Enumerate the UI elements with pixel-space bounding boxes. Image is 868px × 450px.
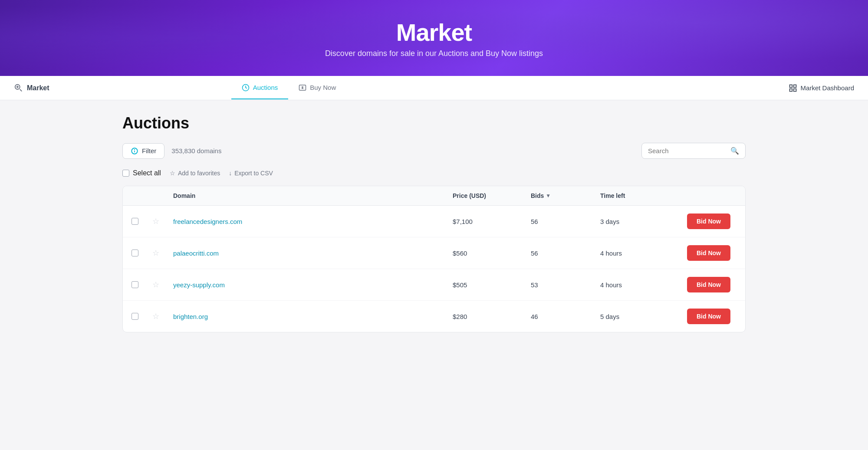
svg-rect-3 [789,85,792,87]
bid-now-button[interactable]: Bid Now [687,277,730,292]
row-star-icon[interactable]: ☆ [152,312,159,321]
row-checkbox[interactable] [123,237,145,269]
bid-now-button[interactable]: Bid Now [687,214,730,229]
search-icon: 🔍 [730,147,739,155]
th-domain: Domain [166,186,446,206]
page-title: Auctions [122,114,746,132]
row-checkbox-input[interactable] [132,218,138,225]
select-all-wrapper[interactable]: Select all [122,169,161,177]
market-icon [14,83,23,93]
row-bids: 53 [524,269,593,301]
row-checkbox[interactable] [123,301,145,332]
row-checkbox-input[interactable] [132,250,138,256]
dollar-icon [299,84,306,92]
export-to-csv-button[interactable]: ↓ Export to CSV [229,170,273,177]
navbar-tabs: Auctions Buy Now [231,77,347,99]
svg-rect-6 [793,89,796,91]
svg-rect-5 [789,89,792,91]
filter-icon [131,147,138,155]
row-price: $7,100 [446,206,524,237]
filter-button[interactable]: Filter [122,143,164,159]
add-to-favorites-label: Add to favorites [178,170,220,177]
row-price: $280 [446,301,524,332]
row-time-left: 4 hours [593,237,680,269]
th-star [145,186,166,206]
filter-label: Filter [142,147,156,154]
star-icon: ☆ [170,170,175,177]
export-to-csv-label: Export to CSV [234,170,273,177]
dashboard-icon [789,84,797,92]
table-row: ☆ freelancedesigners.com $7,100 56 3 day… [123,206,745,237]
th-bids[interactable]: Bids ▼ [524,186,593,206]
row-star-icon[interactable]: ☆ [152,280,159,289]
row-checkbox[interactable] [123,269,145,301]
svg-rect-4 [793,85,796,87]
navbar-dashboard[interactable]: Market Dashboard [789,84,854,92]
hero-subtitle: Discover domains for sale in our Auction… [325,49,543,58]
main-content: Auctions Filter 353,830 domains 🔍 Select… [108,100,760,332]
table-body: ☆ freelancedesigners.com $7,100 56 3 day… [123,206,745,332]
row-star[interactable]: ☆ [145,301,166,332]
row-checkbox[interactable] [123,206,145,237]
navbar-brand-label: Market [27,84,49,92]
tab-buy-now[interactable]: Buy Now [288,77,346,99]
row-star[interactable]: ☆ [145,206,166,237]
clock-icon [242,84,250,92]
row-domain[interactable]: palaeocritti.com [166,237,446,269]
search-box: 🔍 [641,143,746,159]
row-bids: 46 [524,301,593,332]
navbar-brand[interactable]: Market [14,83,49,93]
domain-link[interactable]: palaeocritti.com [173,250,219,257]
table-row: ☆ yeezy-supply.com $505 53 4 hours Bid N… [123,269,745,301]
th-price: Price (USD) [446,186,524,206]
row-action[interactable]: Bid Now [680,301,745,332]
row-star-icon[interactable]: ☆ [152,217,159,226]
row-price: $505 [446,269,524,301]
row-checkbox-input[interactable] [132,313,138,320]
select-all-label: Select all [133,169,161,177]
auctions-table: Domain Price (USD) Bids ▼ Time left [123,186,745,332]
row-price: $560 [446,237,524,269]
bulk-actions: Select all ☆ Add to favorites ↓ Export t… [122,168,746,179]
row-domain[interactable]: brighten.org [166,301,446,332]
bid-now-button[interactable]: Bid Now [687,309,730,324]
row-star[interactable]: ☆ [145,269,166,301]
table-row: ☆ brighten.org $280 46 5 days Bid Now [123,301,745,332]
row-domain[interactable]: freelancedesigners.com [166,206,446,237]
table-header: Domain Price (USD) Bids ▼ Time left [123,186,745,206]
row-bids: 56 [524,237,593,269]
download-icon: ↓ [229,170,232,177]
bids-sort-icon: ▼ [546,193,551,199]
row-action[interactable]: Bid Now [680,237,745,269]
row-time-left: 3 days [593,206,680,237]
search-input[interactable] [648,147,730,154]
navbar-dashboard-label: Market Dashboard [801,84,854,92]
navbar: Market Auctions Buy Now Market Dashboard [0,76,868,100]
row-action[interactable]: Bid Now [680,269,745,301]
hero-banner: Market Discover domains for sale in our … [0,0,868,76]
row-action[interactable]: Bid Now [680,206,745,237]
domain-count: 353,830 domains [171,147,221,154]
row-star-icon[interactable]: ☆ [152,249,159,257]
tab-auctions-label: Auctions [253,84,278,91]
row-domain[interactable]: yeezy-supply.com [166,269,446,301]
tab-buy-now-label: Buy Now [310,84,336,91]
th-checkbox [123,186,145,206]
row-time-left: 5 days [593,301,680,332]
row-bids: 56 [524,206,593,237]
hero-title: Market [396,18,472,46]
select-all-checkbox[interactable] [122,170,129,177]
table-row: ☆ palaeocritti.com $560 56 4 hours Bid N… [123,237,745,269]
th-action [680,186,745,206]
filter-bar: Filter 353,830 domains 🔍 [122,143,746,159]
bid-now-button[interactable]: Bid Now [687,245,730,261]
domain-link[interactable]: yeezy-supply.com [173,281,225,289]
add-to-favorites-button[interactable]: ☆ Add to favorites [170,170,220,177]
row-checkbox-input[interactable] [132,281,138,288]
tab-auctions[interactable]: Auctions [231,77,289,99]
domain-link[interactable]: brighten.org [173,313,208,320]
th-time-left: Time left [593,186,680,206]
domain-link[interactable]: freelancedesigners.com [173,218,242,225]
row-star[interactable]: ☆ [145,237,166,269]
row-time-left: 4 hours [593,269,680,301]
